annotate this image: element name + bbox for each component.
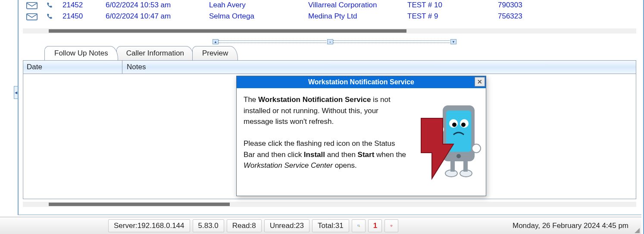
popup-paragraph-1: The Workstation Notification Service is … [244, 94, 407, 127]
msg-ref: 756323 [494, 11, 636, 22]
notes-column-header: Date Notes [23, 60, 636, 74]
msg-ref: 790303 [494, 0, 636, 11]
close-icon: ✕ [477, 78, 482, 85]
tab-label: Follow Up Notes [54, 49, 108, 57]
tab-label: Caller Information [126, 49, 184, 57]
status-total[interactable]: Total: 31 [312, 219, 349, 232]
status-server[interactable]: Server: 192.168.0.144 [108, 219, 190, 232]
phone-icon [41, 11, 59, 22]
svg-point-16 [472, 144, 481, 153]
msg-company: Medina Pty Ltd [305, 11, 404, 22]
svg-point-9 [452, 123, 456, 127]
status-datetime: Monday, 26 February 2024 4:45 pm [513, 222, 641, 230]
msg-subject: TEST # 9 [404, 11, 494, 22]
svg-rect-0 [27, 2, 37, 9]
resize-grip[interactable] [634, 227, 640, 233]
msg-date: 6/02/2024 10:53 am [102, 0, 206, 11]
popup-title-bar: Workstation Notification Service ✕ [237, 76, 486, 88]
status-read[interactable]: Read: 8 [227, 219, 262, 232]
msg-number: 21452 [59, 0, 102, 11]
tab-follow-up-notes[interactable]: Follow Up Notes [44, 46, 118, 60]
svg-rect-15 [463, 161, 468, 172]
svg-point-4 [391, 226, 391, 227]
table-row[interactable]: 21452 6/02/2024 10:53 am Leah Avery Vill… [23, 0, 636, 11]
svg-rect-14 [450, 161, 455, 172]
notification-popup: Workstation Notification Service ✕ The W… [236, 76, 486, 196]
msg-company: Villarreal Corporation [305, 0, 404, 11]
status-connection-icon[interactable] [385, 219, 398, 232]
status-messages-icon[interactable] [352, 219, 366, 232]
msg-caller: Selma Ortega [206, 11, 305, 22]
msg-subject: TEST # 10 [404, 0, 494, 11]
column-notes[interactable]: Notes [122, 63, 146, 71]
status-version[interactable]: 5.83.0 [193, 219, 224, 232]
popup-paragraph-2: Please click the flashing red icon on th… [244, 138, 407, 171]
column-date[interactable]: Date [23, 61, 122, 74]
tab-preview[interactable]: Preview [192, 46, 238, 60]
phone-icon [41, 0, 59, 11]
msg-caller: Leah Avery [206, 0, 305, 11]
msg-date: 6/02/2024 10:47 am [102, 11, 206, 22]
mascot-image [413, 101, 481, 191]
close-button[interactable]: ✕ [475, 77, 485, 86]
left-rail: ◀ [0, 0, 18, 215]
alarm-count: 1 [373, 222, 377, 230]
tab-label: Preview [202, 49, 228, 57]
popup-body: The Workstation Notification Service is … [237, 88, 486, 196]
svg-rect-1 [27, 13, 37, 20]
svg-point-11 [456, 154, 461, 158]
status-unread[interactable]: Unread: 23 [264, 219, 309, 232]
notes-h-scrollbar[interactable] [23, 202, 636, 207]
popup-title: Workstation Notification Service [308, 78, 414, 86]
status-bar: Server: 192.168.0.144 5.83.0 Read: 8 Unr… [0, 217, 641, 234]
status-alarm-icon[interactable]: 1 [368, 219, 382, 232]
svg-point-2 [359, 226, 360, 227]
envelope-icon [23, 11, 41, 22]
tab-caller-information[interactable]: Caller Information [116, 46, 194, 60]
envelope-icon [23, 0, 41, 11]
message-grid: 21452 6/02/2024 10:53 am Leah Avery Vill… [23, 0, 636, 28]
svg-point-10 [461, 123, 466, 127]
table-row[interactable]: 21450 6/02/2024 10:47 am Selma Ortega Me… [23, 11, 636, 22]
msg-number: 21450 [59, 11, 102, 22]
grid-h-scrollbar[interactable] [23, 28, 636, 34]
expand-handle[interactable]: ◀ [14, 86, 18, 99]
detail-tabs: Follow Up Notes Caller Information Previ… [44, 45, 236, 60]
